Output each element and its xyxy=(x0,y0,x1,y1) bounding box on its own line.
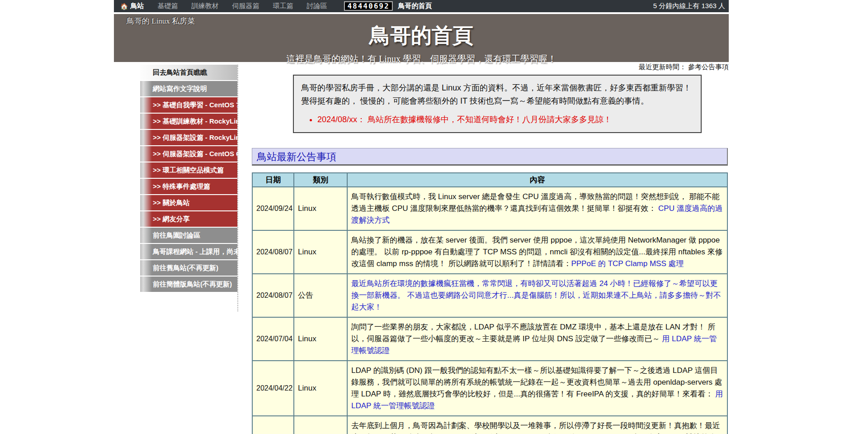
sidebar-item-3[interactable]: >> 基礎訓練教材 - RockyLinux xyxy=(140,114,237,129)
sidebar: 回去鳥站首頁瞧瞧網站寫作文字說明>> 基礎自我學習 - CentOS 7>> 基… xyxy=(140,65,238,311)
content-link[interactable]: PPPoE 的 TCP Clamp MSS 處理 xyxy=(571,259,684,268)
sidebar-item-4[interactable]: >> 伺服器架設篇 - RockyLinux xyxy=(140,130,237,145)
nav-item-4[interactable]: 討論區 xyxy=(307,2,327,10)
announcement-row: 2024/07/04Linux詢問了一些業界的朋友，大家都說，LDAP 似乎不應… xyxy=(252,317,727,361)
sidebar-item-13[interactable]: 前往簡體版鳥站(不再更新) xyxy=(140,277,237,292)
sidebar-item-12[interactable]: 前往舊鳥站(不再更新) xyxy=(140,260,237,276)
brand-text: 鳥哥的 Linux 私房菜 xyxy=(127,16,195,26)
content-cell: LDAP 的識別碼 (DN) 跟一般我們的認知有點不太一樣～所以基礎知識得要了解… xyxy=(347,361,727,416)
column-header-date: 日期 xyxy=(252,173,294,187)
sidebar-item-10[interactable]: 前往鳥園討論區 xyxy=(140,228,237,243)
column-header-content: 內容 xyxy=(347,173,727,187)
content-text: 去年底到上個月，鳥哥因為計劃案、學校開學以及一堆雜事，所以停滯了好長一段時間沒更… xyxy=(351,421,720,434)
content-link[interactable]: 最近鳥站所在環境的數據機瘋狂當機，常常閃退，有時卻又可以活著超過 24 小時！已… xyxy=(351,279,721,311)
sidebar-item-7[interactable]: >> 特殊事件處理篇 xyxy=(140,179,237,194)
announcement-row: 2024/08/07公告最近鳥站所在環境的數據機瘋狂當機，常常閃退，有時卻又可以… xyxy=(252,274,727,317)
announcement-row: 2024/04/22LinuxLDAP 的識別碼 (DN) 跟一般我們的認知有點… xyxy=(252,361,727,416)
nav-item-3[interactable]: 環工篇 xyxy=(273,2,293,10)
nav-item-0[interactable]: 基礎篇 xyxy=(157,2,178,10)
content-text: 詢問了一些業界的朋友，大家都說，LDAP 似乎不應該放置在 DMZ 環境中，基本… xyxy=(351,323,715,343)
online-count: 5 分鐘內線上有 1363 人 xyxy=(653,2,725,10)
announcement-row: 2024/08/07Linux鳥站換了新的機器，放在某 server 後面。我們… xyxy=(252,230,727,274)
content-cell: 鳥哥執行數值模式時，我 Linux server 總是會發生 CPU 溫度過高，… xyxy=(347,187,727,230)
table-header-row: 日期 類別 內容 xyxy=(252,173,727,187)
nav-item-1[interactable]: 訓練教材 xyxy=(191,2,218,10)
date-cell: 2024/04/16 xyxy=(252,416,294,434)
announcements-table: 日期 類別 內容 2024/09/24Linux鳥哥執行數值模式時，我 Linu… xyxy=(252,172,728,434)
main-content: 鳥哥的學習私房手冊，大部分講的還是 Linux 方面的資料。不過，近年來當個教書… xyxy=(252,72,728,434)
content-cell: 詢問了一些業界的朋友，大家都說，LDAP 似乎不應該放置在 DMZ 環境中，基本… xyxy=(347,317,727,361)
category-cell[interactable]: 公告 xyxy=(294,274,347,317)
content-cell: 鳥站換了新的機器，放在某 server 後面。我們 server 使用 pppo… xyxy=(347,230,727,274)
announcements-reference-link[interactable]: 參考公告事項 xyxy=(688,63,729,71)
intro-box: 鳥哥的學習私房手冊，大部分講的還是 Linux 方面的資料。不過，近年來當個教書… xyxy=(293,75,702,133)
content-cell: 最近鳥站所在環境的數據機瘋狂當機，常常閃退，有時卻又可以活著超過 24 小時！已… xyxy=(347,274,727,317)
page-title: 鳥哥的首頁 xyxy=(114,22,729,50)
intro-paragraph: 鳥哥的學習私房手冊，大部分講的還是 Linux 方面的資料。不過，近年來當個教書… xyxy=(301,81,693,108)
content-cell: 去年底到上個月，鳥哥因為計劃案、學校開學以及一堆雜事，所以停滯了好長一段時間沒更… xyxy=(347,416,727,434)
date-cell: 2024/07/04 xyxy=(252,317,294,361)
sidebar-item-8[interactable]: >> 關於鳥站 xyxy=(140,195,237,210)
sidebar-item-0[interactable]: 回去鳥站首頁瞧瞧 xyxy=(140,65,237,80)
column-header-category: 類別 xyxy=(294,173,347,187)
sidebar-item-5[interactable]: >> 伺服器架設篇 - CentOS 6 xyxy=(140,146,237,162)
site-title-label: 鳥哥的首頁 xyxy=(398,2,432,10)
topbar-nav: 基礎篇訓練教材伺服器篇環工篇討論區 xyxy=(144,2,327,10)
sidebar-item-2[interactable]: >> 基礎自我學習 - CentOS 7 xyxy=(140,97,237,113)
sidebar-item-1[interactable]: 網站寫作文字說明 xyxy=(140,81,237,96)
topbar: 🏠 鳥站 基礎篇訓練教材伺服器篇環工篇討論區 48440692 鳥哥的首頁 5 … xyxy=(114,0,729,12)
site-header: 鳥哥的 Linux 私房菜 鳥哥的首頁 這裡是鳥哥的網站！有 Linux 學習、… xyxy=(114,14,729,62)
maintenance-notice: 2024/08/xx： 鳥站所在數據機報修中，不知道何時會好！八月份請大家多多見… xyxy=(317,114,693,125)
home-link[interactable]: 🏠 鳥站 xyxy=(120,2,144,10)
home-label: 鳥站 xyxy=(130,2,144,10)
sidebar-item-6[interactable]: >> 環工相關空品模式篇 xyxy=(140,162,237,178)
announcements-section-title: 鳥站最新公告事項 xyxy=(252,148,728,166)
date-cell[interactable]: 2024/08/07 xyxy=(252,274,294,317)
category-cell: Linux xyxy=(294,230,347,274)
last-updated-label: 最近更新時間： xyxy=(639,63,688,71)
category-cell: Linux xyxy=(294,187,347,230)
category-cell: Linux xyxy=(294,317,347,361)
announcement-row: 2024/09/24Linux鳥哥執行數值模式時，我 Linux server … xyxy=(252,187,727,230)
category-cell: Linux xyxy=(294,416,347,434)
date-cell: 2024/08/07 xyxy=(252,230,294,274)
page: 🏠 鳥站 基礎篇訓練教材伺服器篇環工篇討論區 48440692 鳥哥的首頁 5 … xyxy=(0,0,868,434)
category-cell: Linux xyxy=(294,361,347,416)
announcement-row: 2024/04/16Linux去年底到上個月，鳥哥因為計劃案、學校開學以及一堆雜… xyxy=(252,416,727,434)
content-text: LDAP 的識別碼 (DN) 跟一般我們的認知有點不太一樣～所以基礎知識得要了解… xyxy=(351,366,722,398)
date-cell: 2024/09/24 xyxy=(252,187,294,230)
date-cell: 2024/04/22 xyxy=(252,361,294,416)
sidebar-item-9[interactable]: >> 網友分享 xyxy=(140,211,237,227)
sidebar-item-11[interactable]: 鳥哥課程網站 - 上課用，尚未改 xyxy=(140,244,237,259)
nav-item-2[interactable]: 伺服器篇 xyxy=(232,2,259,10)
visit-counter: 48440692 xyxy=(344,1,392,11)
house-icon: 🏠 xyxy=(120,3,128,10)
